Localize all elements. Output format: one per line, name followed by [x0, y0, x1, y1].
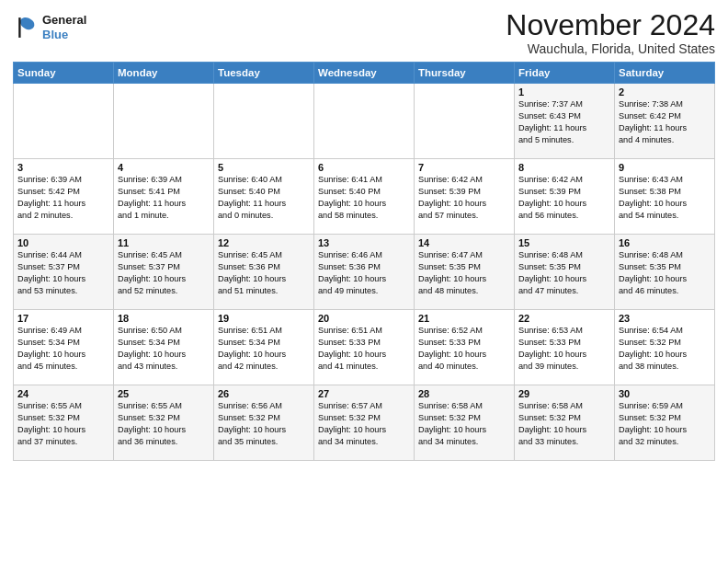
- day-info: Sunrise: 6:55 AM Sunset: 5:32 PM Dayligh…: [17, 400, 109, 448]
- day-number: 1: [518, 86, 610, 98]
- day-number: 13: [318, 237, 410, 248]
- day-number: 4: [118, 162, 210, 173]
- calendar-week-row: 1Sunrise: 7:37 AM Sunset: 6:43 PM Daylig…: [14, 84, 715, 159]
- calendar-cell: 15Sunrise: 6:48 AM Sunset: 5:35 PM Dayli…: [515, 235, 615, 310]
- day-info: Sunrise: 6:42 AM Sunset: 5:39 PM Dayligh…: [518, 174, 610, 222]
- weekday-header: Saturday: [615, 63, 715, 84]
- calendar-cell: 22Sunrise: 6:53 AM Sunset: 5:33 PM Dayli…: [515, 310, 615, 385]
- calendar-cell: 4Sunrise: 6:39 AM Sunset: 5:41 PM Daylig…: [114, 159, 214, 235]
- weekday-header: Friday: [515, 63, 615, 84]
- day-info: Sunrise: 6:53 AM Sunset: 5:33 PM Dayligh…: [518, 325, 610, 373]
- calendar-cell: 26Sunrise: 6:56 AM Sunset: 5:32 PM Dayli…: [214, 385, 314, 461]
- calendar-cell: [415, 84, 515, 159]
- day-info: Sunrise: 6:42 AM Sunset: 5:39 PM Dayligh…: [418, 174, 510, 222]
- calendar-cell: [14, 84, 114, 159]
- calendar-cell: 2Sunrise: 7:38 AM Sunset: 6:42 PM Daylig…: [615, 84, 715, 159]
- day-number: 5: [218, 162, 310, 173]
- month-title: November 2024: [506, 9, 715, 41]
- calendar-cell: 16Sunrise: 6:48 AM Sunset: 5:35 PM Dayli…: [615, 235, 715, 310]
- logo: General Blue: [13, 13, 86, 41]
- calendar-cell: 14Sunrise: 6:47 AM Sunset: 5:35 PM Dayli…: [415, 235, 515, 310]
- calendar-cell: 10Sunrise: 6:44 AM Sunset: 5:37 PM Dayli…: [14, 235, 114, 310]
- day-info: Sunrise: 6:41 AM Sunset: 5:40 PM Dayligh…: [318, 174, 410, 222]
- day-info: Sunrise: 6:57 AM Sunset: 5:32 PM Dayligh…: [318, 400, 410, 448]
- day-number: 29: [518, 388, 610, 399]
- day-number: 21: [418, 313, 510, 324]
- page-header: General Blue November 2024 Wauchula, Flo…: [13, 9, 715, 56]
- day-number: 23: [619, 313, 711, 324]
- day-number: 14: [418, 237, 510, 248]
- logo-text: General Blue: [42, 13, 86, 41]
- day-info: Sunrise: 6:51 AM Sunset: 5:34 PM Dayligh…: [218, 325, 310, 373]
- weekday-header: Thursday: [415, 63, 515, 84]
- day-number: 2: [619, 86, 711, 98]
- weekday-header: Wednesday: [314, 63, 415, 84]
- day-info: Sunrise: 6:56 AM Sunset: 5:32 PM Dayligh…: [218, 400, 310, 448]
- day-number: 20: [318, 313, 410, 324]
- calendar-header-row: SundayMondayTuesdayWednesdayThursdayFrid…: [14, 63, 715, 84]
- calendar-cell: 21Sunrise: 6:52 AM Sunset: 5:33 PM Dayli…: [415, 310, 515, 385]
- day-info: Sunrise: 6:45 AM Sunset: 5:37 PM Dayligh…: [118, 249, 210, 297]
- day-info: Sunrise: 6:47 AM Sunset: 5:35 PM Dayligh…: [418, 249, 510, 297]
- day-number: 30: [619, 388, 711, 399]
- day-number: 10: [17, 237, 109, 248]
- day-info: Sunrise: 6:52 AM Sunset: 5:33 PM Dayligh…: [418, 325, 510, 373]
- day-number: 8: [518, 162, 610, 173]
- day-number: 28: [418, 388, 510, 399]
- day-info: Sunrise: 6:54 AM Sunset: 5:32 PM Dayligh…: [619, 325, 711, 373]
- logo-icon: [13, 15, 39, 40]
- calendar-cell: 12Sunrise: 6:45 AM Sunset: 5:36 PM Dayli…: [214, 235, 314, 310]
- calendar-cell: 17Sunrise: 6:49 AM Sunset: 5:34 PM Dayli…: [14, 310, 114, 385]
- calendar-week-row: 3Sunrise: 6:39 AM Sunset: 5:42 PM Daylig…: [14, 159, 715, 235]
- day-info: Sunrise: 7:38 AM Sunset: 6:42 PM Dayligh…: [619, 98, 711, 146]
- weekday-header: Monday: [114, 63, 214, 84]
- calendar-cell: 25Sunrise: 6:55 AM Sunset: 5:32 PM Dayli…: [114, 385, 214, 461]
- calendar-cell: 18Sunrise: 6:50 AM Sunset: 5:34 PM Dayli…: [114, 310, 214, 385]
- day-number: 6: [318, 162, 410, 173]
- day-number: 12: [218, 237, 310, 248]
- day-info: Sunrise: 6:39 AM Sunset: 5:41 PM Dayligh…: [118, 174, 210, 222]
- calendar-cell: 13Sunrise: 6:46 AM Sunset: 5:36 PM Dayli…: [314, 235, 415, 310]
- day-number: 24: [17, 388, 109, 399]
- calendar-cell: 8Sunrise: 6:42 AM Sunset: 5:39 PM Daylig…: [515, 159, 615, 235]
- day-info: Sunrise: 6:44 AM Sunset: 5:37 PM Dayligh…: [17, 249, 109, 297]
- calendar-cell: 11Sunrise: 6:45 AM Sunset: 5:37 PM Dayli…: [114, 235, 214, 310]
- calendar-cell: 5Sunrise: 6:40 AM Sunset: 5:40 PM Daylig…: [214, 159, 314, 235]
- day-number: 25: [118, 388, 210, 399]
- location: Wauchula, Florida, United States: [506, 41, 715, 56]
- day-info: Sunrise: 6:49 AM Sunset: 5:34 PM Dayligh…: [17, 325, 109, 373]
- calendar-cell: 9Sunrise: 6:43 AM Sunset: 5:38 PM Daylig…: [615, 159, 715, 235]
- day-number: 19: [218, 313, 310, 324]
- calendar-cell: 28Sunrise: 6:58 AM Sunset: 5:32 PM Dayli…: [415, 385, 515, 461]
- calendar-cell: 29Sunrise: 6:58 AM Sunset: 5:32 PM Dayli…: [515, 385, 615, 461]
- calendar-cell: [314, 84, 415, 159]
- day-number: 15: [518, 237, 610, 248]
- day-number: 27: [318, 388, 410, 399]
- day-info: Sunrise: 6:50 AM Sunset: 5:34 PM Dayligh…: [118, 325, 210, 373]
- day-number: 9: [619, 162, 711, 173]
- calendar-cell: 3Sunrise: 6:39 AM Sunset: 5:42 PM Daylig…: [14, 159, 114, 235]
- calendar-cell: 20Sunrise: 6:51 AM Sunset: 5:33 PM Dayli…: [314, 310, 415, 385]
- day-number: 22: [518, 313, 610, 324]
- day-info: Sunrise: 6:59 AM Sunset: 5:32 PM Dayligh…: [619, 400, 711, 448]
- day-info: Sunrise: 7:37 AM Sunset: 6:43 PM Dayligh…: [518, 98, 610, 146]
- calendar-cell: 23Sunrise: 6:54 AM Sunset: 5:32 PM Dayli…: [615, 310, 715, 385]
- day-info: Sunrise: 6:48 AM Sunset: 5:35 PM Dayligh…: [518, 249, 610, 297]
- calendar-cell: 30Sunrise: 6:59 AM Sunset: 5:32 PM Dayli…: [615, 385, 715, 461]
- weekday-header: Sunday: [14, 63, 114, 84]
- title-area: November 2024 Wauchula, Florida, United …: [506, 9, 715, 56]
- day-number: 7: [418, 162, 510, 173]
- day-info: Sunrise: 6:48 AM Sunset: 5:35 PM Dayligh…: [619, 249, 711, 297]
- weekday-header: Tuesday: [214, 63, 314, 84]
- day-number: 16: [619, 237, 711, 248]
- calendar-week-row: 17Sunrise: 6:49 AM Sunset: 5:34 PM Dayli…: [14, 310, 715, 385]
- day-number: 17: [17, 313, 109, 324]
- day-number: 18: [118, 313, 210, 324]
- day-number: 3: [17, 162, 109, 173]
- day-info: Sunrise: 6:40 AM Sunset: 5:40 PM Dayligh…: [218, 174, 310, 222]
- calendar-cell: 7Sunrise: 6:42 AM Sunset: 5:39 PM Daylig…: [415, 159, 515, 235]
- calendar-cell: 19Sunrise: 6:51 AM Sunset: 5:34 PM Dayli…: [214, 310, 314, 385]
- calendar-cell: [114, 84, 214, 159]
- calendar-cell: 1Sunrise: 7:37 AM Sunset: 6:43 PM Daylig…: [515, 84, 615, 159]
- calendar-cell: 27Sunrise: 6:57 AM Sunset: 5:32 PM Dayli…: [314, 385, 415, 461]
